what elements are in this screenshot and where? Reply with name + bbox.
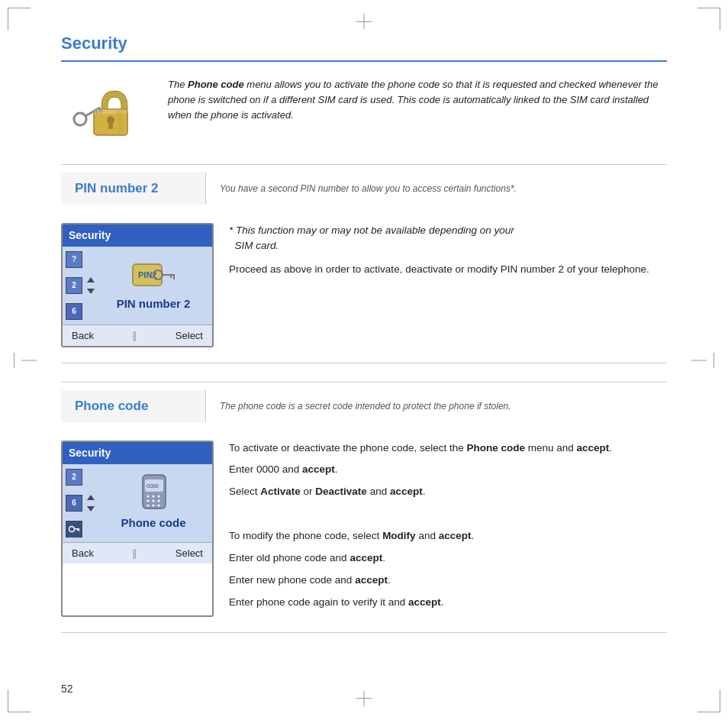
svg-point-27 xyxy=(157,500,159,502)
pin-note: * This function may or may not be availa… xyxy=(229,223,667,255)
phone-code-section-title: Phone code xyxy=(61,390,206,422)
svg-point-25 xyxy=(147,500,149,502)
phone-code-bold1: Phone code xyxy=(466,442,525,454)
phone-code-scroll-down-icon[interactable] xyxy=(87,506,95,512)
phone-code-graphic: 0000 xyxy=(129,473,179,512)
modify-bold: Modify xyxy=(382,530,416,541)
pin-phone-label: PIN number 2 xyxy=(117,295,191,313)
phone-code-scroll-col xyxy=(87,495,95,512)
crosshair-right-h xyxy=(691,360,707,360)
svg-rect-18 xyxy=(79,528,79,531)
padlock-image-area xyxy=(61,77,153,146)
activate-bold: Activate xyxy=(260,486,301,497)
phone-code-line5: To modify the phone code, select Modify … xyxy=(229,528,667,544)
phone-code-section: Phone code The phone code is a secret co… xyxy=(61,382,667,633)
scroll-up-icon[interactable] xyxy=(87,277,95,283)
phone-code-scroll-up-icon[interactable] xyxy=(87,495,95,500)
phone-code-bold: Phone code xyxy=(188,79,244,90)
phone-code-phone-label: Phone code xyxy=(121,515,185,532)
svg-point-23 xyxy=(152,496,154,498)
crosshair-top-v xyxy=(364,14,365,29)
svg-rect-17 xyxy=(77,528,79,531)
svg-point-15 xyxy=(69,526,75,531)
phone-code-select-button[interactable]: Select xyxy=(176,546,203,561)
crosshair-right-v xyxy=(714,353,714,368)
svg-point-3 xyxy=(72,111,89,128)
corner-mark-tr xyxy=(697,8,720,31)
phone-code-icon-2: 2 xyxy=(66,469,82,486)
pin-phone-inner: ? 2 6 PIN2 xyxy=(63,247,212,324)
phone-code-footer: Back ‖ Select xyxy=(63,542,212,564)
page-number: 52 xyxy=(61,681,73,697)
pin-phone-header: Security xyxy=(63,224,212,247)
svg-point-30 xyxy=(157,505,159,507)
accept-bold6: accept xyxy=(355,574,388,586)
pin-section-title: PIN number 2 xyxy=(61,173,206,205)
page-container: Security xyxy=(0,0,728,720)
phone-code-section-subtitle: The phone code is a secret code intended… xyxy=(206,393,667,419)
accept-bold4: accept xyxy=(439,530,472,541)
pin-select-button[interactable]: Select xyxy=(176,328,203,344)
svg-rect-13 xyxy=(170,274,172,278)
phone-code-icon-col: 2 6 xyxy=(66,469,82,538)
accept-bold7: accept xyxy=(408,596,441,608)
top-section: The Phone code menu allows you to activa… xyxy=(61,77,667,146)
svg-point-26 xyxy=(152,500,154,502)
crosshair-bottom-v xyxy=(364,691,365,706)
svg-point-28 xyxy=(147,505,149,507)
svg-point-24 xyxy=(157,496,159,498)
phone-code-line3: Select Activate or Deactivate and accept… xyxy=(229,484,667,500)
phone-code-inner: 2 6 xyxy=(63,464,212,542)
pin-icon-2: 2 xyxy=(66,277,82,294)
pin-icon-question: ? xyxy=(66,251,82,268)
pin-back-button[interactable]: Back xyxy=(72,328,94,344)
phone-code-line7: Enter new phone code and accept. xyxy=(229,573,667,589)
svg-point-22 xyxy=(147,496,149,498)
crosshair-left-h xyxy=(21,360,37,360)
pin-section-subtitle: You have a second PIN number to allow yo… xyxy=(206,176,667,202)
phone-code-line2: Enter 0000 and accept. xyxy=(229,462,667,478)
pin-content: Proceed as above in order to activate, d… xyxy=(229,262,667,278)
svg-rect-16 xyxy=(74,528,79,530)
svg-rect-12 xyxy=(163,274,175,276)
phone-code-line4 xyxy=(229,506,667,522)
phone-code-line6: Enter old phone code and accept. xyxy=(229,550,667,567)
pin-icon-col: ? 2 6 xyxy=(66,251,82,320)
accept-bold5: accept xyxy=(350,552,382,563)
top-description: The Phone code menu allows you to activa… xyxy=(168,77,667,123)
phone-code-back-button[interactable]: Back xyxy=(72,546,94,561)
svg-rect-8 xyxy=(117,111,123,134)
crosshair-left-v xyxy=(14,353,14,368)
deactivate-bold: Deactivate xyxy=(315,486,367,497)
phone-code-line8: Enter phone code again to verify it and … xyxy=(229,595,667,611)
svg-rect-2 xyxy=(108,121,113,129)
corner-mark-bl xyxy=(8,689,31,712)
phone-code-line1: To activate or deactivate the phone code… xyxy=(229,441,667,457)
padlock-icon xyxy=(72,77,141,146)
pin-phone-footer: Back ‖ Select xyxy=(63,324,212,347)
corner-mark-br xyxy=(697,689,720,712)
phone-code-icon-key xyxy=(66,521,82,538)
accept-bold3: accept xyxy=(390,486,423,497)
key-icon xyxy=(69,525,79,534)
pin-section-header: PIN number 2 You have a second PIN numbe… xyxy=(61,165,667,212)
svg-rect-14 xyxy=(173,274,175,279)
accept-bold2: accept xyxy=(302,463,335,475)
phone-code-body: Security 2 6 xyxy=(61,430,667,632)
phone-code-content: To activate or deactivate the phone code… xyxy=(229,441,667,617)
svg-point-29 xyxy=(152,505,154,507)
pin-section-content: * This function may or may not be availa… xyxy=(229,223,667,348)
pin-phone-mockup: Security ? 2 6 xyxy=(61,223,214,348)
phone-code-mockup: Security 2 6 xyxy=(61,441,214,617)
pin-center: PIN2 PIN number 2 xyxy=(98,258,209,313)
phone-code-center: 0000 Phone code xyxy=(98,473,209,532)
corner-mark-tl xyxy=(8,8,31,31)
phone-code-icon-6: 6 xyxy=(66,495,82,512)
phone-code-section-header: Phone code The phone code is a secret co… xyxy=(61,383,667,430)
scroll-down-icon[interactable] xyxy=(87,289,95,294)
svg-text:0000: 0000 xyxy=(147,483,159,489)
pin-section: PIN number 2 You have a second PIN numbe… xyxy=(61,164,667,363)
pin-icon-6: 6 xyxy=(66,303,82,320)
pin2-graphic: PIN2 xyxy=(129,258,179,292)
pin-section-body: Security ? 2 6 xyxy=(61,212,667,363)
